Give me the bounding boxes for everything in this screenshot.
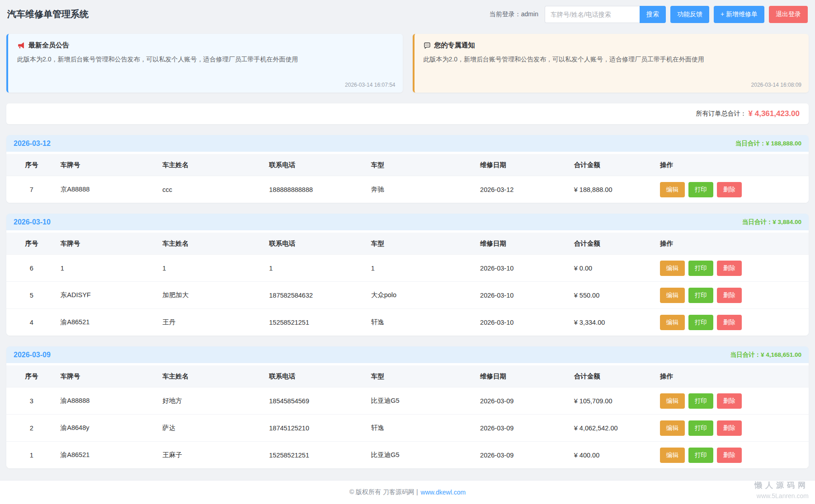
delete-button[interactable]: 删除 [717,420,742,436]
table-cell: 轩逸 [367,424,476,432]
column-header: 车牌号 [57,239,159,248]
table-cell: 2026-03-12 [476,186,570,193]
day-section: 2026-03-12 当日合计：¥ 188,888.00 序号车牌号车主姓名联系… [6,135,809,203]
column-header: 联系电话 [265,161,367,169]
edit-button[interactable]: 编辑 [660,420,685,436]
day-section-header: 2026-03-10 当日合计：¥ 3,884.00 [6,214,809,230]
table-cell: 15258521251 [265,319,367,326]
table-cell: 好地方 [159,397,265,405]
footer-link[interactable]: www.dkewl.com [421,489,466,496]
row-actions: 编辑打印删除 [656,288,809,303]
print-button[interactable]: 打印 [688,182,713,197]
announcement-title-row: 最新全员公告 [17,41,394,50]
announcement-content: 此版本为2.0，新增后台账号管理和公告发布，可以私发个人账号，适合修理厂员工带手… [17,56,394,64]
table-cell: 5 [6,292,57,299]
edit-button[interactable]: 编辑 [660,315,685,330]
page-title: 汽车维修单管理系统 [7,8,89,20]
edit-button[interactable]: 编辑 [660,182,685,197]
print-button[interactable]: 打印 [688,448,713,463]
delete-button[interactable]: 删除 [717,288,742,303]
print-button[interactable]: 打印 [688,288,713,303]
column-header: 操作 [656,161,809,169]
table-cell: 1 [6,452,57,459]
main-content: 最新全员公告 此版本为2.0，新增后台账号管理和公告发布，可以私发个人账号，适合… [0,28,815,480]
feedback-button[interactable]: 功能反馈 [670,6,709,23]
column-header: 操作 [656,372,809,381]
table-cell: 比亚迪G5 [367,451,476,459]
table-cell: 188888888888 [265,186,367,193]
announcement-timestamp: 2026-03-14 16:07:54 [345,82,395,88]
row-actions: 编辑打印删除 [656,261,809,276]
row-actions: 编辑打印删除 [656,448,809,463]
table-row: 2渝A8648y萨达18745125210轩逸2026-03-09¥ 4,062… [6,414,809,441]
column-header: 车牌号 [57,372,159,381]
print-button[interactable]: 打印 [688,315,713,330]
edit-button[interactable]: 编辑 [660,288,685,303]
table-cell: 18545854569 [265,397,367,405]
table-cell: 萨达 [159,424,265,432]
table-cell: ¥ 4,062,542.00 [570,425,656,432]
table-row: 611112026-03-10¥ 0.00编辑打印删除 [6,254,809,281]
edit-button[interactable]: 编辑 [660,261,685,276]
watermark-site-name: 懒人源码网 [754,480,809,491]
notice-timestamp: 2026-03-14 16:08:09 [751,82,801,88]
global-announcement-card: 最新全员公告 此版本为2.0，新增后台账号管理和公告发布，可以私发个人账号，适合… [6,34,403,93]
table-cell: 7 [6,186,57,193]
table-cell: 2026-03-09 [476,425,570,432]
row-actions: 编辑打印删除 [656,315,809,330]
edit-button[interactable]: 编辑 [660,393,685,409]
add-repair-order-button[interactable]: + 新增维修单 [714,6,764,23]
column-header: 车型 [367,161,476,169]
table-cell: 加肥加大 [159,291,265,299]
print-button[interactable]: 打印 [688,393,713,409]
personal-notice-card: 您的专属通知 此版本为2.0，新增后台账号管理和公告发布，可以私发个人账号，适合… [413,34,809,93]
logout-button[interactable]: 退出登录 [769,6,808,23]
notice-title: 您的专属通知 [434,41,475,50]
table-cell: 2026-03-10 [476,292,570,299]
watermark-site-url: www.5Lanren.com [754,491,809,500]
print-button[interactable]: 打印 [688,420,713,436]
edit-button[interactable]: 编辑 [660,448,685,463]
table-cell: 2026-03-10 [476,319,570,326]
table-cell: 王麻子 [159,451,265,459]
table-row: 3渝A88888好地方18545854569比亚迪G52026-03-09¥ 1… [6,387,809,414]
row-actions: 编辑打印删除 [656,420,809,436]
table-row: 1渝A86521王麻子15258521251比亚迪G52026-03-09¥ 4… [6,441,809,468]
delete-button[interactable]: 删除 [717,448,742,463]
table-cell: 187582584632 [265,292,367,299]
table-cell: 大众polo [367,291,476,299]
table-cell: 2026-03-09 [476,397,570,405]
notice-content: 此版本为2.0，新增后台账号管理和公告发布，可以私发个人账号，适合修理厂员工带手… [424,56,800,64]
column-header: 车主姓名 [159,239,265,248]
table-cell: 1 [57,265,159,272]
search-button[interactable]: 搜索 [640,6,666,23]
table-cell: 东ADISYF [57,291,159,299]
footer: © 版权所有 刀客源码网 | www.dkewl.com [0,480,815,504]
column-header: 合计金额 [570,372,656,381]
day-section: 2026-03-10 当日合计：¥ 3,884.00 序号车牌号车主姓名联系电话… [6,214,809,336]
row-actions: 编辑打印删除 [656,393,809,409]
orders-table: 序号车牌号车主姓名联系电话车型维修日期合计金额操作 3渝A88888好地方185… [6,363,809,468]
section-date: 2026-03-10 [14,218,51,226]
orders-table: 序号车牌号车主姓名联系电话车型维修日期合计金额操作 7京A88888ccc188… [6,152,809,203]
table-cell: 京A88888 [57,185,159,194]
table-cell: ccc [159,186,265,193]
search-input[interactable] [545,6,640,23]
delete-button[interactable]: 删除 [717,393,742,409]
table-row: 7京A88888ccc188888888888奔驰2026-03-12¥ 188… [6,176,809,203]
delete-button[interactable]: 删除 [717,315,742,330]
table-body: 7京A88888ccc188888888888奔驰2026-03-12¥ 188… [6,176,809,203]
column-header: 序号 [6,372,57,381]
delete-button[interactable]: 删除 [717,261,742,276]
column-header: 车型 [367,372,476,381]
table-cell: ¥ 105,709.00 [570,397,656,405]
print-button[interactable]: 打印 [688,261,713,276]
daily-total: 当日合计：¥ 188,888.00 [735,140,801,148]
announcement-title: 最新全员公告 [28,41,69,50]
table-cell: 1 [159,265,265,272]
orders-total-label: 所有订单总合计： [696,110,747,118]
table-cell: 15258521251 [265,452,367,459]
delete-button[interactable]: 删除 [717,182,742,197]
table-cell: 渝A88888 [57,397,159,405]
column-header: 联系电话 [265,372,367,381]
